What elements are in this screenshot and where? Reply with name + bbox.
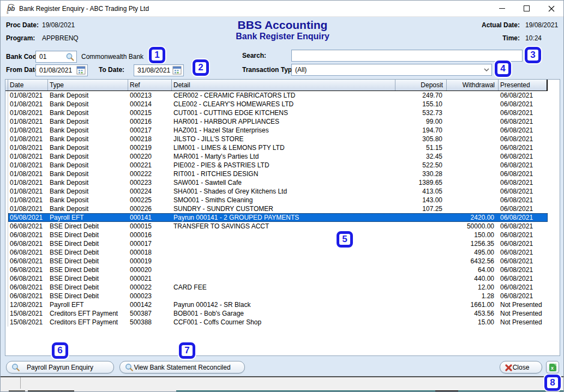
transaction-type-select[interactable]: (All) xyxy=(291,64,492,76)
table-row[interactable]: 01/08/2021Bank Deposit000224SHA001 - Sha… xyxy=(5,187,560,196)
cell-type: Bank Deposit xyxy=(48,135,128,143)
cell-presented: 06/08/2021 xyxy=(499,135,548,143)
close-window-button[interactable] xyxy=(539,1,563,16)
table-row[interactable]: 06/08/2021BSE Direct Debit0000171256.350… xyxy=(5,239,560,248)
from-date-input[interactable]: 01/08/2021 xyxy=(35,64,88,76)
column-header-ref[interactable]: Ref xyxy=(128,80,172,91)
table-row[interactable]: 01/08/2021Bank Deposit000226SUNDRY - SUN… xyxy=(5,204,560,213)
close-button[interactable]: Close xyxy=(500,361,542,373)
table-row[interactable]: 01/08/2021Bank Deposit000221PIE002 - PIE… xyxy=(5,161,560,170)
cell-type: BSE Direct Debit xyxy=(48,292,128,300)
table-row[interactable]: 12/08/2021Payroll EFT000142Payrun 000142… xyxy=(5,300,560,309)
cell-date: 06/08/2021 xyxy=(8,231,48,239)
table-row[interactable]: 06/08/2021BSE Direct Debit000015TRANSFER… xyxy=(5,222,560,231)
search-input[interactable] xyxy=(291,50,523,62)
cell-ref: 000016 xyxy=(128,231,172,239)
column-header-presented[interactable]: Presented xyxy=(499,80,548,91)
table-row[interactable]: 06/08/2021BSE Direct Debit000016150.0006… xyxy=(5,231,560,239)
table-row[interactable]: 01/08/2021Bank Deposit000222RIT001 - RIT… xyxy=(5,170,560,178)
table-row[interactable]: 01/08/2021Bank Deposit000223SAW001 - Saw… xyxy=(5,178,560,187)
cell-presented: 06/08/2021 xyxy=(499,248,548,257)
column-header-withdrawal[interactable]: Withdrawal xyxy=(447,80,499,91)
cell-deposit xyxy=(395,318,447,327)
table-row[interactable]: 01/08/2021Bank Deposit000220MAR001 - Mar… xyxy=(5,152,560,161)
cell-ref: 000219 xyxy=(128,143,172,152)
cell-date: 01/08/2021 xyxy=(8,170,48,178)
cell-presented: 06/08/2021 xyxy=(499,126,548,135)
table-row[interactable]: 06/08/2021BSE Direct Debit00002064.0006/… xyxy=(5,266,560,274)
cell-presented: Not Presented xyxy=(499,309,548,318)
cell-date: 01/08/2021 xyxy=(8,135,48,143)
cell-detail: SUNDRY - SUNDRY CUSTOMER xyxy=(172,204,395,213)
annotation-badge-7: 7 xyxy=(179,342,195,359)
cell-ref: 000021 xyxy=(128,274,172,283)
cell-detail xyxy=(172,231,395,239)
annotation-badge-6: 6 xyxy=(52,342,68,359)
to-date-input[interactable]: 31/08/2021 xyxy=(134,64,184,76)
table-row[interactable]: 01/08/2021Bank Deposit000213CER002 - CER… xyxy=(5,91,560,100)
cell-type: Bank Deposit xyxy=(48,100,128,108)
minimize-button[interactable] xyxy=(490,1,514,16)
from-date-calendar-icon[interactable] xyxy=(76,66,86,75)
bank-name: Commonwealth Bank xyxy=(81,53,143,61)
cell-date: 01/08/2021 xyxy=(8,91,48,100)
maximize-icon xyxy=(524,5,530,11)
status-bar xyxy=(1,376,564,390)
view-bank-statement-reconciled-button[interactable]: View Bank Statement Reconciled xyxy=(119,361,245,373)
cell-deposit xyxy=(395,266,447,274)
title-bar: b b s Bank Register Enquiry - ABC Tradin… xyxy=(1,1,563,17)
cell-detail xyxy=(172,239,395,248)
cell-type: Bank Deposit xyxy=(48,126,128,135)
table-row[interactable]: 15/08/2021Creditors EFT Payment500387BOB… xyxy=(5,309,560,318)
column-header-deposit[interactable]: Deposit xyxy=(395,80,447,91)
cell-detail: CLE002 - CLEARY'S HOMEWARES LTD xyxy=(172,100,395,108)
table-row[interactable]: 01/08/2021Bank Deposit000217HAZ001 - Haz… xyxy=(5,126,560,135)
cell-ref: 000226 xyxy=(128,204,172,213)
cell-deposit: 532.73 xyxy=(395,108,447,117)
export-excel-button[interactable]: x xyxy=(546,361,559,373)
cell-date: 01/08/2021 xyxy=(8,126,48,135)
to-date-label: To Date: xyxy=(99,66,124,74)
cell-date: 01/08/2021 xyxy=(8,108,48,117)
table-row[interactable]: 01/08/2021Bank Deposit000215CUT001 - CUT… xyxy=(5,108,560,117)
to-date-calendar-icon[interactable] xyxy=(172,66,182,75)
cell-detail: CUT001 - CUTTING EDGE KITCHENS xyxy=(172,108,395,117)
cell-presented: 06/08/2021 xyxy=(499,204,548,213)
column-header-type[interactable]: Type xyxy=(48,80,128,91)
cell-withdrawal: 2420.00 xyxy=(447,213,499,222)
cell-detail: SAW001 - Sawtell Cafe xyxy=(172,178,395,187)
table-row[interactable]: 01/08/2021Bank Deposit000225SMO001 - Smi… xyxy=(5,196,560,204)
cell-type: Creditors EFT Payment xyxy=(48,309,128,318)
cell-date: 01/08/2021 xyxy=(8,152,48,161)
bank-code-lookup-icon[interactable] xyxy=(65,52,75,62)
cell-date: 01/08/2021 xyxy=(8,161,48,170)
table-row[interactable]: 06/08/2021BSE Direct Debit0000231.2806/0… xyxy=(5,292,560,300)
table-row[interactable]: 06/08/2021BSE Direct Debit000021440.0006… xyxy=(5,274,560,283)
table-row[interactable]: 01/08/2021Bank Deposit000216HAR001 - HAR… xyxy=(5,117,560,126)
cell-ref: 000015 xyxy=(128,222,172,231)
table-row[interactable]: 06/08/2021BSE Direct Debit0000196432.560… xyxy=(5,257,560,266)
table-row[interactable]: 01/08/2021Bank Deposit000214CLE002 - CLE… xyxy=(5,100,560,108)
cell-withdrawal xyxy=(447,170,499,178)
table-row[interactable]: 01/08/2021Bank Deposit000218JILSTO - JIL… xyxy=(5,135,560,143)
table-row[interactable]: 06/08/2021BSE Direct Debit000018495.0006… xyxy=(5,248,560,257)
bank-register-enquiry-window: b b s Bank Register Enquiry - ABC Tradin… xyxy=(0,0,564,392)
cell-presented: 06/08/2021 xyxy=(499,161,548,170)
cell-date: 05/08/2021 xyxy=(8,213,48,222)
maximize-button[interactable] xyxy=(514,1,539,16)
cell-withdrawal: 440.00 xyxy=(447,274,499,283)
table-row[interactable]: 05/08/2021Payroll EFT000141Payrun 000141… xyxy=(5,213,560,222)
cell-detail xyxy=(172,292,395,300)
cell-date: 15/08/2021 xyxy=(8,309,48,318)
cell-detail: CARD FEE xyxy=(172,283,395,292)
table-row[interactable]: 01/08/2021Bank Deposit000219LIM001 - LIM… xyxy=(5,143,560,152)
cell-deposit xyxy=(395,222,447,231)
cell-date: 01/08/2021 xyxy=(8,178,48,187)
payroll-payrun-enquiry-button[interactable]: Payroll Payrun Enquiry xyxy=(6,361,114,373)
cell-deposit xyxy=(395,274,447,283)
table-row[interactable]: 15/08/2021Creditors EFT Payment500388CCF… xyxy=(5,318,560,327)
column-header-date[interactable]: Date xyxy=(8,80,48,91)
column-header-detail[interactable]: Detail xyxy=(172,80,395,91)
bank-code-input[interactable]: 01 xyxy=(35,51,77,63)
table-row[interactable]: 06/08/2021BSE Direct Debit000022CARD FEE… xyxy=(5,283,560,292)
